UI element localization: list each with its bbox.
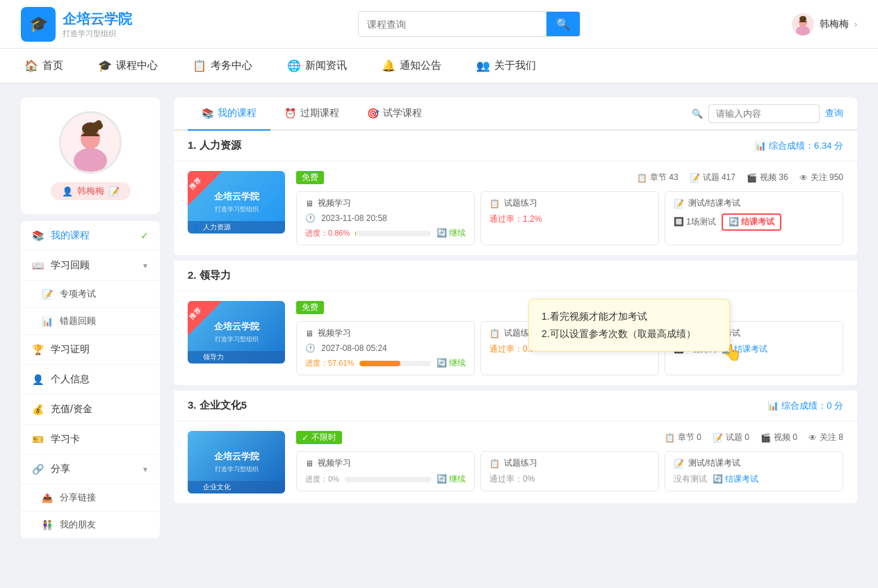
exercise-title-1: 📋 试题练习 bbox=[489, 197, 650, 209]
sidebar-item-profile[interactable]: 👤 个人信息 bbox=[21, 365, 160, 395]
tab-my-courses[interactable]: 📚 我的课程 bbox=[188, 97, 270, 131]
sidebar-label-profile: 个人信息 bbox=[51, 373, 90, 386]
nav-item-news[interactable]: 🌐 新闻资讯 bbox=[284, 49, 350, 83]
friends-icon: 👫 bbox=[42, 520, 53, 530]
tooltip-line2: 2.可以设置参考次数（取最高成绩） bbox=[542, 325, 717, 343]
tabs-search-input[interactable] bbox=[708, 104, 820, 123]
stat-chapter-3: 📋 章节 0 bbox=[665, 432, 701, 443]
sidebar-item-certificate[interactable]: 🏆 学习证明 bbox=[21, 335, 160, 365]
news-icon: 🌐 bbox=[287, 59, 301, 72]
nav-item-exam[interactable]: 📋 考务中心 bbox=[189, 49, 256, 83]
section-title-1: 1. 人力资源 bbox=[188, 139, 241, 152]
video-progress-row-1: 进度：0.86% 🔄 继续 bbox=[305, 227, 466, 239]
chevron-down-icon: ▼ bbox=[142, 262, 149, 270]
svg-text:🎓: 🎓 bbox=[29, 15, 49, 33]
search-input[interactable] bbox=[359, 13, 546, 35]
section-title-3: 3. 企业文化5 bbox=[188, 399, 247, 412]
avatar bbox=[792, 13, 814, 35]
video-block-2: 🖥 视频学习 🕐 2027-08-08 05:24 进度：57.61% bbox=[296, 321, 475, 375]
sidebar-username: 韩梅梅 bbox=[77, 185, 104, 197]
final-exam-btn-3[interactable]: 🔄 结课考试 bbox=[713, 473, 758, 485]
video-title-2: 🖥 视频学习 bbox=[305, 327, 466, 339]
video-title-1: 🖥 视频学习 bbox=[305, 197, 466, 209]
progress-label-3: 进度：0% bbox=[305, 474, 339, 484]
sidebar-label-my-courses: 我的课程 bbox=[51, 229, 90, 242]
nav-item-about[interactable]: 👥 关于我们 bbox=[473, 49, 539, 83]
stat-chapter-1: 📋 章节 43 bbox=[637, 172, 678, 183]
sidebar-item-review[interactable]: 📖 学习回顾 ▼ bbox=[21, 251, 160, 281]
sidebar-item-share[interactable]: 🔗 分享 ▼ bbox=[21, 455, 160, 484]
sidebar-item-wrong-review[interactable]: 📊 错题回顾 bbox=[21, 308, 160, 335]
check-icon: ✓ bbox=[140, 230, 149, 241]
share-link-icon: 📤 bbox=[42, 493, 53, 503]
course-meta-row-3: ✓ 不限时 📋 章节 0 📝 试题 0 🎬 视频 0 👁 关注 8 bbox=[296, 431, 843, 444]
test-count-1: 🔲 1场测试 bbox=[674, 216, 716, 228]
nav-item-notice[interactable]: 🔔 通知公告 bbox=[378, 49, 445, 83]
sidebar-item-share-link[interactable]: 📤 分享链接 bbox=[21, 484, 160, 512]
exercise-icon-3: 📋 bbox=[489, 459, 500, 468]
exercise-icon-2: 📋 bbox=[489, 329, 500, 338]
my-courses-icon: 📚 bbox=[32, 230, 44, 241]
logo-subtitle: 打造学习型组织 bbox=[63, 28, 132, 39]
exam-icon: 📋 bbox=[193, 59, 206, 72]
main-nav: 🏠 首页 🎓 课程中心 📋 考务中心 🌐 新闻资讯 🔔 通知公告 👥 关于我们 bbox=[0, 49, 878, 83]
course-card-3: 企培云学院 打造学习型组织 👤 企业文化 ✓ 不限时 📋 章节 bbox=[174, 421, 857, 503]
clock-icon: 🕐 bbox=[305, 213, 316, 223]
header: 🎓 企培云学院 打造学习型组织 🔍 韩梅梅 › bbox=[0, 0, 878, 49]
tooltip-box: 1.看完视频才能才加考试 2.可以设置参考次数（取最高成绩） bbox=[528, 299, 730, 352]
progress-bar-2 bbox=[359, 361, 400, 366]
header-username: 韩梅梅 bbox=[820, 18, 849, 31]
sidebar-item-my-friends[interactable]: 👫 我的朋友 bbox=[21, 512, 160, 539]
exercise-icon: 📋 bbox=[489, 199, 500, 209]
video-date-row-1: 🕐 2023-11-08 20:58 bbox=[305, 213, 466, 223]
sidebar-label-wrong-review: 错题回顾 bbox=[60, 315, 96, 327]
sidebar-item-recharge[interactable]: 💰 充值/资金 bbox=[21, 395, 160, 425]
user-icon: 👤 bbox=[62, 186, 73, 197]
exercise-block-1: 📋 试题练习 通过率：1.2% bbox=[480, 191, 659, 245]
courses-icon: 🎓 bbox=[98, 59, 112, 72]
thumb-logo-3: 企培云学院 bbox=[214, 450, 259, 463]
wrong-review-icon: 📊 bbox=[42, 316, 53, 327]
person-icon-2: 👤 bbox=[192, 354, 200, 361]
thumb-subtitle-1: 打造学习型组织 bbox=[215, 205, 259, 214]
nav-item-courses[interactable]: 🎓 课程中心 bbox=[95, 49, 161, 83]
sidebar-label-share: 分享 bbox=[51, 463, 70, 475]
sidebar: 👤 韩梅梅 📝 📚 我的课程 ✓ 📖 学习回顾 ▼ 📝 专项考试 📊 bbox=[21, 97, 160, 539]
sidebar-label-study-card: 学习卡 bbox=[51, 433, 80, 446]
final-exam-btn-1[interactable]: 🔄 结课考试 bbox=[722, 213, 781, 231]
tag-free-2: 免费 bbox=[296, 301, 324, 314]
search-bar: 🔍 bbox=[358, 11, 580, 37]
questions-icon-3: 📝 bbox=[713, 433, 723, 443]
logo-title: 企培云学院 bbox=[63, 10, 132, 28]
search-icon: 🔍 bbox=[692, 108, 703, 119]
sidebar-item-study-card[interactable]: 🎫 学习卡 bbox=[21, 425, 160, 455]
nav-item-home[interactable]: 🏠 首页 bbox=[21, 49, 67, 83]
tab-trial[interactable]: 🎯 试学课程 bbox=[353, 97, 436, 131]
course-section-1: 1. 人力资源 📊 综合成绩：6.34 分 推荐 企培云学院 打造学习型组织 👤… bbox=[174, 131, 857, 255]
thumb-label-1: 👤 人力资源 bbox=[188, 221, 285, 234]
sidebar-item-special-exam[interactable]: 📝 专项考试 bbox=[21, 281, 160, 308]
progress-bar-wrap-1 bbox=[355, 231, 430, 236]
course-thumb-3: 企培云学院 打造学习型组织 👤 企业文化 bbox=[188, 431, 285, 493]
header-user[interactable]: 韩梅梅 › bbox=[792, 13, 857, 35]
stat-questions-1: 📝 试题 417 bbox=[690, 172, 735, 183]
continue-btn-3[interactable]: 🔄 继续 bbox=[437, 473, 466, 485]
section-score-3: 📊 综合成绩：0 分 bbox=[767, 400, 843, 412]
continue-btn-1[interactable]: 🔄 继续 bbox=[437, 227, 466, 239]
section-title-2: 2. 领导力 bbox=[188, 269, 231, 282]
study-card-icon: 🎫 bbox=[32, 434, 44, 445]
video-date-row-2: 🕐 2027-08-08 05:24 bbox=[305, 343, 466, 353]
sidebar-menu: 📚 我的课程 ✓ 📖 学习回顾 ▼ 📝 专项考试 📊 错题回顾 🏆 学习证明 bbox=[21, 221, 160, 539]
search-button[interactable]: 🔍 bbox=[546, 12, 580, 36]
course-section-3: 3. 企业文化5 📊 综合成绩：0 分 企培云学院 打造学习型组织 👤 企业文化 bbox=[174, 391, 857, 503]
tab-expired[interactable]: ⏰ 过期课程 bbox=[270, 97, 353, 131]
exercise-pass-row-1: 通过率：1.2% bbox=[489, 213, 650, 225]
share-chevron-down-icon: ▼ bbox=[142, 466, 149, 473]
continue-btn-2[interactable]: 🔄 继续 bbox=[437, 357, 466, 369]
stat-follow-1: 👁 关注 950 bbox=[799, 172, 843, 183]
sidebar-item-my-courses[interactable]: 📚 我的课程 ✓ bbox=[21, 221, 160, 251]
tag-free-1: 免费 bbox=[296, 171, 324, 184]
tabs-search-button[interactable]: 查询 bbox=[825, 107, 843, 120]
chapter-icon-3: 📋 bbox=[665, 433, 675, 443]
tab-my-courses-label: 我的课程 bbox=[218, 107, 257, 120]
